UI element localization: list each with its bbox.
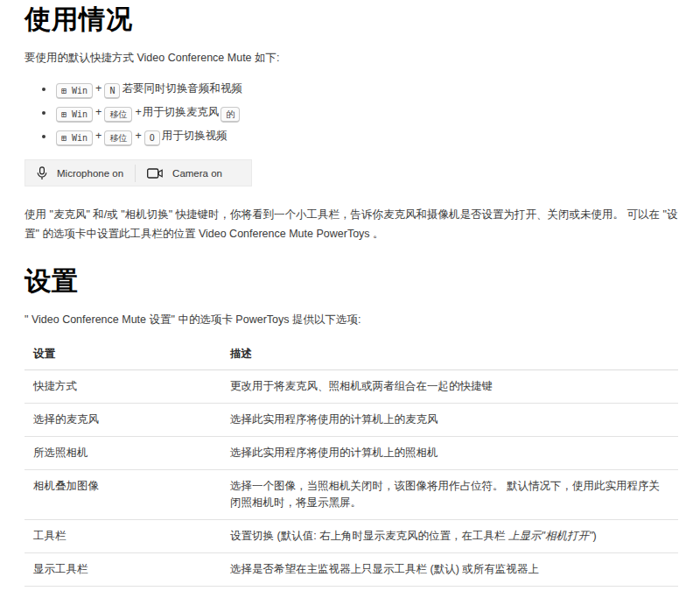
setting-name: 相机叠加图像 [33,480,99,492]
microphone-status: Microphone on [25,160,135,186]
microphone-icon [37,166,47,180]
win-key: ⊞ Win [56,83,93,99]
setting-description: 设置切换 (默认值: 右上角时显示麦克风的位置，在工具栏 [230,530,508,542]
setting-name: 工具栏 [33,530,66,542]
settings-table-header: 设置 描述 [24,339,678,370]
table-row-selected-camera: 所选照相机 选择此实用程序将使用的计算机上的照相机 [24,437,678,470]
plus-sign: + [95,130,102,142]
setting-name: 显示工具栏 [33,563,88,575]
shortcut-item-audio-video: ⊞ Win+N若要同时切换音频和视频 [54,81,678,99]
setting-name: 选择的麦克风 [33,413,99,426]
table-row-hide-toolbar-unmuted: 照相机和麦克风都 unmuted 时隐藏工具栏 有一个用于切换此选项的复选框 [24,587,678,591]
setting-description-italic: 上显示"相机打开" [508,530,592,542]
usage-description: 使用 "麦克风" 和/或 "相机切换" 快捷键时，你将看到一个小工具栏，告诉你麦… [24,205,678,243]
shortcut-item-microphone: ⊞ Win+移位+用于切换麦克风的 [54,105,678,123]
camera-status: Camera on [136,160,234,186]
a-key: 的 [220,107,240,123]
column-header-setting: 设置 [24,339,221,370]
shift-key: 移位 [104,107,132,123]
table-row-camera-overlay: 相机叠加图像 选择一个图像，当照相机关闭时，该图像将用作占位符。 默认情况下，使… [24,470,678,520]
table-row-shortcut: 快捷方式 更改用于将麦克风、照相机或两者组合在一起的快捷键 [24,370,678,404]
shortcut-text: 用于切换视频 [162,130,228,142]
setting-description: 选择是否希望在主监视器上只显示工具栏 (默认) 或所有监视器上 [230,563,539,575]
shortcut-list: ⊞ Win+N若要同时切换音频和视频 ⊞ Win+移位+用于切换麦克风的 ⊞ W… [24,81,678,146]
shortcut-text: 若要同时切换音频和视频 [122,82,242,95]
win-key: ⊞ Win [56,130,93,146]
win-key: ⊞ Win [56,107,93,123]
o-key: O [144,130,160,146]
table-row-toolbar: 工具栏 设置切换 (默认值: 右上角时显示麦克风的位置，在工具栏 上显示"相机打… [24,520,678,553]
camera-status-label: Camera on [172,168,222,179]
setting-name: 所选照相机 [33,447,88,459]
plus-sign: + [95,82,102,95]
table-row-selected-microphone: 选择的麦克风 选择此实用程序将使用的计算机上的麦克风 [24,404,678,437]
setting-name: 快捷方式 [33,380,77,392]
plus-sign: + [135,130,141,142]
setting-description: 选择一个图像，当照相机关闭时，该图像将用作占位符。 默认情况下，使用此实用程序关… [230,480,660,509]
shortcut-item-video: ⊞ Win+移位+O用于切换视频 [54,129,678,146]
settings-heading: 设置 [24,265,678,297]
usage-heading: 使用情况 [24,4,678,35]
usage-intro: 要使用的默认快捷方式 Video Conference Mute 如下: [24,50,678,67]
setting-description: 选择此实用程序将使用的计算机上的麦克风 [230,413,438,426]
camera-icon [147,168,163,179]
plus-sign: + [135,106,141,118]
doc-content: 使用情况 要使用的默认快捷方式 Video Conference Mute 如下… [0,4,700,591]
n-key: N [104,83,120,99]
column-header-description: 描述 [221,339,678,370]
toolbar-preview: Microphone on Camera on [24,159,252,186]
setting-description: 更改用于将麦克风、照相机或两者组合在一起的快捷键 [230,380,493,392]
plus-sign: + [95,106,102,118]
shift-key: 移位 [104,130,132,146]
setting-description-end: ) [592,530,596,542]
microphone-status-label: Microphone on [57,168,123,179]
shortcut-text: 用于切换麦克风 [143,106,220,118]
settings-table: 设置 描述 快捷方式 更改用于将麦克风、照相机或两者组合在一起的快捷键 选择的麦… [24,339,678,591]
settings-intro: " Video Conference Mute 设置" 中的选项卡 PowerT… [24,312,678,328]
table-row-show-toolbar: 显示工具栏 选择是否希望在主监视器上只显示工具栏 (默认) 或所有监视器上 [24,553,678,587]
setting-description: 选择此实用程序将使用的计算机上的照相机 [230,447,438,459]
